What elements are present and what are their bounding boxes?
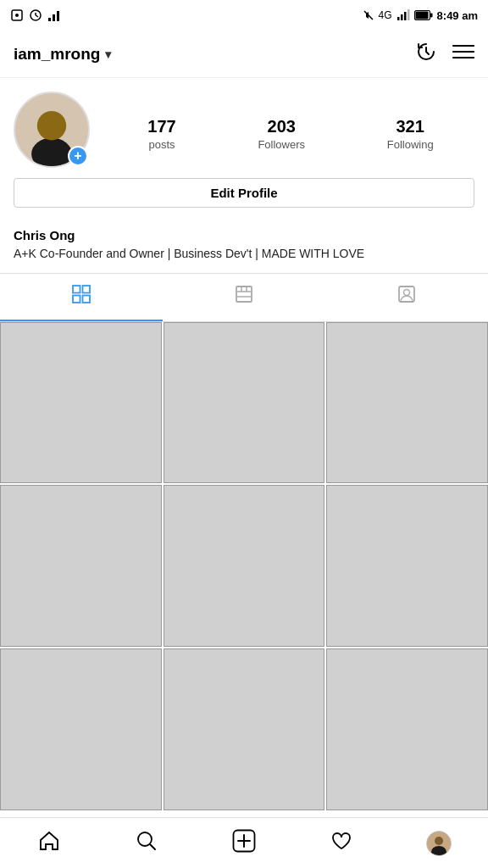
- nav-home[interactable]: [29, 823, 69, 864]
- svg-rect-10: [401, 14, 403, 20]
- home-icon: [38, 830, 60, 857]
- username-area[interactable]: iam_mrong ▾: [14, 45, 111, 64]
- profile-name: Chris Ong: [14, 228, 474, 242]
- svg-rect-26: [83, 295, 91, 303]
- top-navigation: iam_mrong ▾: [0, 31, 488, 78]
- following-count: 321: [396, 116, 424, 136]
- grid-item-2[interactable]: [164, 322, 325, 484]
- nav-icons: [415, 41, 474, 68]
- svg-rect-25: [73, 295, 80, 303]
- svg-rect-15: [430, 14, 433, 18]
- svg-point-1: [15, 14, 19, 17]
- svg-point-22: [37, 111, 66, 140]
- nav-heart[interactable]: [321, 823, 362, 864]
- heart-icon: [330, 830, 352, 857]
- history-icon[interactable]: [415, 41, 437, 68]
- svg-line-35: [150, 844, 155, 849]
- mute-icon: [363, 9, 374, 21]
- add-icon: [232, 829, 256, 858]
- grid-item-4[interactable]: [0, 485, 162, 647]
- svg-rect-11: [404, 12, 407, 20]
- tab-grid[interactable]: [0, 274, 163, 321]
- followers-label: Followers: [258, 138, 305, 151]
- svg-rect-24: [83, 286, 91, 293]
- svg-point-33: [404, 289, 410, 295]
- bottom-navigation: [0, 817, 488, 868]
- svg-rect-12: [408, 9, 410, 20]
- grid-item-8[interactable]: [164, 648, 325, 810]
- edit-profile-button[interactable]: Edit Profile: [14, 178, 474, 208]
- svg-rect-23: [73, 286, 80, 293]
- grid-item-1[interactable]: [0, 322, 162, 484]
- network-label: 4G: [379, 9, 392, 21]
- svg-rect-6: [53, 14, 55, 21]
- svg-line-4: [36, 15, 38, 17]
- grid-icon: [71, 284, 92, 309]
- grid-item-7[interactable]: [0, 648, 162, 810]
- followers-count: 203: [268, 116, 296, 136]
- status-bar: 4G 8:49 am: [0, 0, 488, 31]
- grid-item-9[interactable]: [326, 648, 488, 810]
- dropdown-chevron-icon[interactable]: ▾: [105, 47, 111, 61]
- following-label: Following: [387, 138, 434, 151]
- status-left: [10, 8, 63, 22]
- notification-icon: [10, 8, 24, 22]
- search-icon: [136, 830, 158, 857]
- svg-rect-14: [415, 12, 428, 19]
- nav-add[interactable]: [224, 823, 264, 864]
- posts-count: 177: [147, 116, 175, 136]
- tab-tagged[interactable]: [325, 274, 488, 321]
- svg-rect-7: [57, 11, 59, 21]
- posts-stat[interactable]: 177 posts: [147, 116, 175, 151]
- posts-label: posts: [148, 138, 175, 151]
- add-photo-button[interactable]: +: [68, 146, 88, 166]
- tab-reels[interactable]: [163, 274, 325, 321]
- profile-top: + 177 posts 203 Followers 321 Following: [14, 92, 474, 168]
- stats-area: 177 posts 203 Followers 321 Following: [107, 109, 474, 151]
- svg-point-40: [435, 837, 443, 845]
- avatar-wrapper[interactable]: +: [14, 92, 90, 168]
- username-text: iam_mrong: [14, 45, 100, 64]
- reels-icon: [234, 284, 254, 309]
- profile-bio: A+K Co-Founder and Owner | Business Dev'…: [14, 246, 474, 263]
- tagged-icon: [396, 284, 417, 309]
- status-right: 4G 8:49 am: [363, 9, 478, 22]
- signal-bars: [396, 9, 410, 21]
- bio-section: Chris Ong A+K Co-Founder and Owner | Bus…: [0, 221, 488, 273]
- nav-profile[interactable]: [419, 823, 459, 864]
- alarm-icon: [29, 8, 42, 22]
- battery-icon: [414, 10, 433, 20]
- svg-rect-27: [236, 287, 252, 302]
- profile-avatar-small: [426, 831, 452, 856]
- grid-item-3[interactable]: [326, 322, 488, 484]
- menu-icon[interactable]: [452, 42, 474, 66]
- grid-item-5[interactable]: [164, 485, 325, 647]
- following-stat[interactable]: 321 Following: [387, 116, 434, 151]
- time-display: 8:49 am: [437, 9, 478, 22]
- wifi-icon: [47, 8, 63, 22]
- nav-search[interactable]: [126, 823, 167, 864]
- grid-item-6[interactable]: [326, 485, 488, 647]
- profile-section: + 177 posts 203 Followers 321 Following …: [0, 78, 488, 221]
- svg-rect-5: [48, 18, 51, 21]
- followers-stat[interactable]: 203 Followers: [258, 116, 305, 151]
- content-tab-bar: [0, 273, 488, 322]
- photo-grid: [0, 322, 488, 810]
- svg-rect-9: [397, 17, 400, 20]
